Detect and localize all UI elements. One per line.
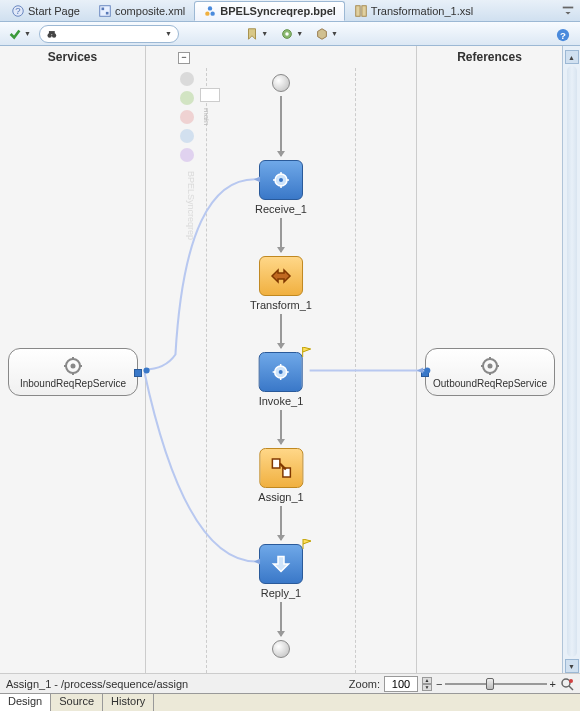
service-label: InboundReqRepService (20, 378, 126, 389)
svg-point-48 (569, 679, 573, 683)
chevron-down-icon: ▼ (24, 30, 31, 37)
help-button[interactable]: ? (552, 25, 574, 45)
svg-rect-13 (49, 31, 55, 34)
palette-item[interactable] (180, 110, 194, 124)
svg-point-31 (279, 370, 283, 374)
binoculars-icon (46, 27, 58, 41)
svg-point-25 (279, 178, 283, 182)
box-button[interactable]: ▼ (311, 24, 342, 44)
bookmark-icon (245, 27, 259, 41)
transform-node[interactable]: Transform_1 (250, 256, 312, 311)
process-canvas[interactable]: − BPELSyncreqrep main (146, 68, 416, 673)
inbound-service-box[interactable]: InboundReqRepService (8, 348, 138, 396)
palette-item[interactable] (180, 91, 194, 105)
svg-point-6 (205, 11, 209, 15)
search-box: ▼ (39, 25, 179, 43)
tab-label: composite.xml (115, 5, 185, 17)
tab-xsl[interactable]: Transformation_1.xsl (345, 1, 482, 21)
svg-rect-36 (272, 459, 280, 468)
chevron-down-icon: ▼ (261, 30, 268, 37)
zoom-label: Zoom: (349, 678, 380, 690)
zoom-slider[interactable]: − + (436, 678, 556, 690)
reply-node[interactable]: Reply_1 (259, 544, 303, 599)
tab-label: Transformation_1.xsl (371, 5, 473, 17)
start-node[interactable] (272, 74, 290, 92)
zoom-up-button[interactable]: ▲ (422, 677, 432, 684)
end-node[interactable] (272, 640, 290, 658)
scope-mini-box[interactable] (200, 88, 220, 102)
scroll-track[interactable] (567, 66, 577, 657)
svg-rect-9 (362, 6, 366, 17)
palette-strip: BPELSyncreqrep (180, 72, 196, 240)
view-tab-bar: Design Source History (0, 693, 580, 711)
transform-icon (269, 264, 293, 288)
tab-bpel[interactable]: BPELSyncreqrep.bpel (194, 1, 345, 21)
flow-arrow (280, 602, 282, 636)
transform-activity (259, 256, 303, 296)
settings-button[interactable]: ▼ (276, 24, 307, 44)
start-circle (272, 74, 290, 92)
flag-icon (302, 539, 312, 549)
minus-icon: − (436, 678, 442, 690)
palette-label: BPELSyncreqrep (180, 171, 196, 240)
svg-point-46 (562, 679, 570, 687)
palette-item[interactable] (180, 72, 194, 86)
view-tab-history[interactable]: History (103, 694, 154, 711)
verify-button[interactable]: ▼ (4, 24, 35, 44)
flow-arrow (280, 218, 282, 252)
slider-thumb[interactable] (486, 678, 494, 690)
selection-path: Assign_1 - /process/sequence/assign (6, 678, 188, 690)
help-icon: ? (556, 28, 570, 42)
references-column: References OutboundReqRepService (417, 46, 562, 673)
svg-text:?: ? (15, 5, 20, 16)
assign-icon (269, 456, 293, 480)
bookmark-button[interactable]: ▼ (241, 24, 272, 44)
receive-node[interactable]: Receive_1 (255, 160, 307, 215)
tab-label: BPELSyncreqrep.bpel (220, 5, 336, 17)
node-label: Transform_1 (250, 299, 312, 311)
svg-point-15 (285, 32, 289, 36)
flow-arrow (280, 314, 282, 348)
svg-point-7 (211, 11, 215, 15)
tab-dropdown[interactable] (560, 3, 576, 19)
gear-icon (480, 356, 500, 376)
view-tab-source[interactable]: Source (51, 694, 103, 711)
svg-rect-3 (101, 8, 104, 11)
scroll-down-button[interactable]: ▼ (565, 659, 579, 673)
status-bar: Assign_1 - /process/sequence/assign Zoom… (0, 673, 580, 693)
slider-track[interactable] (445, 683, 546, 685)
chevron-down-icon: ▼ (165, 30, 172, 37)
service-port[interactable] (134, 369, 142, 377)
scope-mini-label: main (202, 108, 211, 125)
service-port[interactable] (421, 369, 429, 377)
svg-rect-8 (356, 6, 360, 17)
palette-item[interactable] (180, 148, 194, 162)
node-label: Invoke_1 (259, 395, 304, 407)
invoke-node[interactable]: Invoke_1 (259, 352, 304, 407)
fit-zoom-icon[interactable] (560, 677, 574, 691)
flow-arrow (280, 506, 282, 540)
receive-activity (259, 160, 303, 200)
outbound-service-box[interactable]: OutboundReqRepService (425, 348, 555, 396)
assign-node[interactable]: Assign_1 (258, 448, 303, 503)
svg-point-5 (208, 6, 212, 10)
tab-composite[interactable]: composite.xml (89, 1, 194, 21)
zoom-input[interactable] (384, 676, 418, 692)
svg-rect-4 (106, 12, 109, 15)
tab-start-page[interactable]: ? Start Page (2, 1, 89, 21)
node-label: Receive_1 (255, 203, 307, 215)
process-column: − BPELSyncreqrep main (145, 46, 417, 673)
zoom-down-button[interactable]: ▼ (422, 684, 432, 691)
svg-point-39 (488, 363, 493, 368)
view-tab-design[interactable]: Design (0, 694, 51, 711)
collapse-button[interactable]: − (178, 52, 190, 64)
chevron-down-icon: ▼ (331, 30, 338, 37)
node-label: Reply_1 (261, 587, 301, 599)
scroll-up-button[interactable]: ▲ (565, 50, 579, 64)
palette-item[interactable] (180, 129, 194, 143)
vertical-scrollbar: ▲ ▼ (562, 46, 580, 673)
services-column: Services InboundReqRepService (0, 46, 145, 673)
search-input[interactable] (58, 28, 163, 40)
tab-label: Start Page (28, 5, 80, 17)
svg-point-19 (71, 363, 76, 368)
